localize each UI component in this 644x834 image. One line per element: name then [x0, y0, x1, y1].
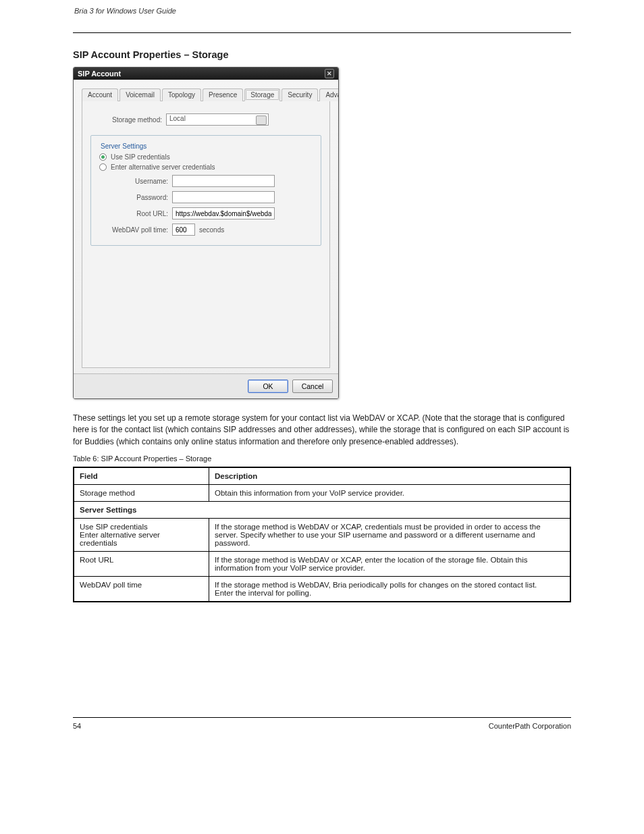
- tab-storage[interactable]: Storage: [244, 88, 280, 101]
- table-header-field: Field: [74, 468, 209, 485]
- tab-topology[interactable]: Topology: [162, 88, 201, 101]
- header-rule: [73, 32, 571, 33]
- dialog-titlebar: SIP Account ✕: [74, 68, 338, 80]
- table-row: WebDAV poll time If the storage method i…: [74, 577, 570, 602]
- radio-alt-creds[interactable]: [99, 163, 107, 171]
- footer-company: CounterPath Corporation: [489, 722, 571, 730]
- tab-account[interactable]: Account: [82, 88, 118, 101]
- table-row: Root URL If the storage method is WebDAV…: [74, 552, 570, 577]
- poll-time-label: WebDAV poll time:: [97, 226, 168, 234]
- cell-desc-poll: If the storage method is WebDAV, Bria pe…: [209, 577, 570, 602]
- cell-desc-storage-method: Obtain this information from your VoIP s…: [209, 485, 570, 502]
- properties-table-wrap: Field Description Storage method Obtain …: [73, 467, 571, 602]
- dialog-buttonbar: OK Cancel: [74, 373, 338, 398]
- tab-strip: Account Voicemail Topology Presence Stor…: [82, 88, 330, 101]
- tab-content: Storage method: Local Server Settings Us…: [82, 101, 330, 368]
- table-row: Use SIP credentials Enter alternative se…: [74, 519, 570, 552]
- poll-time-units: seconds: [199, 226, 224, 234]
- cell-desc-credentials: If the storage method is WebDAV or XCAP,…: [209, 519, 570, 552]
- table-header-row: Field Description: [74, 468, 570, 485]
- header-doc-title: Bria 3 for Windows User Guide: [74, 7, 176, 15]
- radio-use-sip-label: Use SIP credentials: [111, 153, 170, 161]
- cell-field-poll: WebDAV poll time: [74, 577, 209, 602]
- tab-security[interactable]: Security: [281, 88, 318, 101]
- cell-field-storage-method: Storage method: [74, 485, 209, 502]
- page-footer: 54 CounterPath Corporation: [73, 717, 571, 734]
- server-settings-fieldset: Server Settings Use SIP credentials Ente…: [90, 135, 321, 246]
- section-title: SIP Account Properties – Storage: [73, 49, 571, 60]
- cell-field-credentials: Use SIP credentials Enter alternative se…: [74, 519, 209, 552]
- username-field[interactable]: [172, 175, 275, 187]
- poll-time-field[interactable]: [172, 224, 195, 236]
- storage-method-value: Local: [169, 115, 186, 122]
- password-label: Password:: [97, 194, 168, 201]
- intro-paragraph: These settings let you set up a remote s…: [73, 413, 571, 448]
- root-url-field[interactable]: [172, 207, 275, 219]
- username-label: Username:: [97, 178, 168, 185]
- table-header-description: Description: [209, 468, 570, 485]
- properties-table: Field Description Storage method Obtain …: [74, 467, 570, 602]
- ok-button[interactable]: OK: [248, 380, 288, 393]
- radio-use-sip[interactable]: [99, 153, 107, 161]
- close-icon[interactable]: ✕: [325, 69, 334, 78]
- root-url-label: Root URL:: [97, 210, 168, 217]
- table-section-row: Server Settings: [74, 502, 570, 519]
- cancel-button[interactable]: Cancel: [292, 380, 333, 393]
- table-row: Storage method Obtain this information f…: [74, 485, 570, 502]
- storage-method-select[interactable]: Local: [166, 113, 269, 126]
- server-settings-legend: Server Settings: [98, 142, 149, 150]
- close-x-glyph: ✕: [327, 68, 332, 80]
- tab-presence[interactable]: Presence: [203, 88, 243, 101]
- cell-field-root-url: Root URL: [74, 552, 209, 577]
- password-field[interactable]: [172, 191, 275, 203]
- footer-page-number: 54: [73, 722, 81, 730]
- dialog-title: SIP Account: [78, 68, 121, 80]
- tab-voicemail[interactable]: Voicemail: [119, 88, 161, 101]
- tab-advanced[interactable]: Advanced: [319, 88, 339, 101]
- table-caption: Table 6: SIP Account Properties – Storag…: [73, 454, 571, 463]
- cell-desc-root-url: If the storage method is WebDAV or XCAP,…: [209, 552, 570, 577]
- sip-account-dialog: SIP Account ✕ Account Voicemail Topology…: [73, 67, 339, 399]
- radio-alt-creds-label: Enter alternative server credentials: [111, 163, 215, 171]
- cell-section-title: Server Settings: [74, 502, 570, 519]
- storage-method-label: Storage method:: [90, 116, 162, 124]
